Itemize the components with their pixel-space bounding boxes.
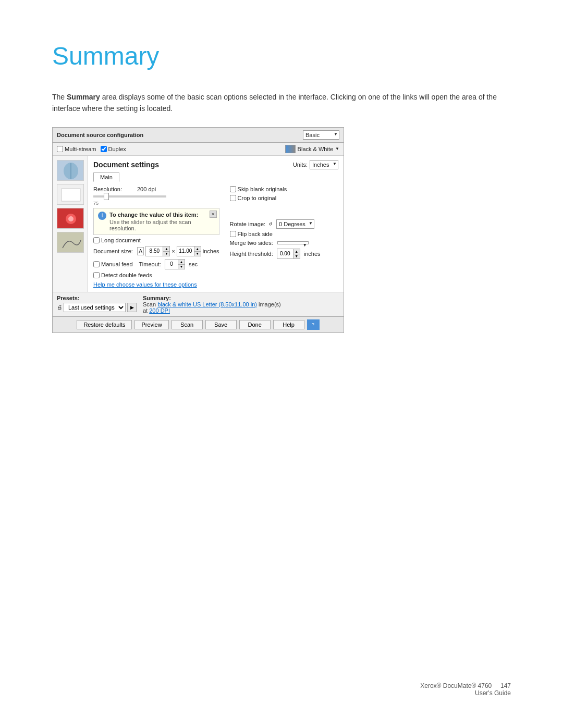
- settings-title-row: Document settings Units: Inches: [93, 160, 338, 169]
- width-spinner-btns: ▲ ▼: [163, 246, 169, 256]
- presets-arrow-btn[interactable]: ▶: [127, 303, 137, 312]
- tab-bar: Main: [93, 172, 338, 182]
- presets-summary-bar: Presets: 🖨 Last used settings ▶ Summary:…: [53, 292, 344, 316]
- settings-panel: Document settings Units: Inches Main Res…: [88, 156, 344, 292]
- detect-double-label[interactable]: Detect double feeds: [93, 272, 152, 278]
- thumb-4[interactable]: [57, 232, 84, 253]
- height-up-btn[interactable]: ▲: [194, 246, 201, 251]
- preview-button[interactable]: Preview: [134, 320, 168, 329]
- summary-text: Scan black & white US Letter (8.50x11.00…: [143, 301, 339, 307]
- height-threshold-row: Height threshold: ▲ ▼ inches: [230, 249, 338, 259]
- units-row: Units: Inches: [293, 160, 338, 169]
- tooltip-title: To change the value of this item:: [109, 212, 215, 218]
- long-doc-label[interactable]: Long document: [93, 237, 141, 243]
- thumbnails-panel: [53, 156, 88, 292]
- crop-row: Crop to original: [230, 195, 338, 201]
- height-input[interactable]: [177, 248, 194, 254]
- thumb-3[interactable]: [57, 208, 84, 229]
- timeout-up-btn[interactable]: ▲: [178, 260, 185, 264]
- rotate-label: Rotate image:: [230, 221, 265, 227]
- thumb-2[interactable]: [57, 184, 84, 205]
- height-threshold-spinner-btns: ▲ ▼: [293, 249, 300, 258]
- width-down-btn[interactable]: ▼: [163, 251, 169, 256]
- duplex-checkbox[interactable]: [101, 146, 107, 152]
- tab-main[interactable]: Main: [93, 172, 119, 182]
- flip-back-label[interactable]: Flip back side: [230, 231, 273, 237]
- width-spinner[interactable]: ▲ ▼: [145, 246, 170, 256]
- duplex-checkbox-label[interactable]: Duplex: [101, 146, 126, 152]
- doc-size-inputs: A ▲ ▼ ×: [137, 246, 219, 256]
- width-input[interactable]: [146, 248, 163, 254]
- help-icon[interactable]: ?: [307, 319, 320, 330]
- scanner-dialog: Document source configuration Basic Mult…: [52, 127, 344, 333]
- skip-blank-text: Skip blank originals: [238, 186, 287, 192]
- width-up-btn[interactable]: ▲: [163, 246, 169, 251]
- tooltip-text: Use the slider to adjust the scan resolu…: [109, 219, 215, 231]
- page-title: Summary: [52, 42, 511, 70]
- tooltip-close-btn[interactable]: ×: [210, 211, 217, 218]
- manual-feed-checkbox[interactable]: [93, 261, 100, 267]
- manual-feed-label[interactable]: Manual feed: [93, 261, 133, 267]
- skip-blank-checkbox[interactable]: [230, 186, 236, 192]
- page-content: Summary The Summary area displays some o…: [0, 0, 563, 364]
- multistream-checkbox-label[interactable]: Multi-stream: [57, 146, 96, 152]
- crop-checkbox[interactable]: [230, 195, 236, 201]
- basic-select[interactable]: Basic: [303, 130, 339, 140]
- summary-text-pre: Scan: [143, 301, 157, 307]
- timeout-down-btn[interactable]: ▼: [178, 264, 185, 269]
- dialog-row2: Multi-stream Duplex Black & White ▼: [53, 143, 344, 155]
- tooltip-content: To change the value of this item: Use th…: [109, 212, 215, 231]
- presets-section: Presets: 🖨 Last used settings ▶: [57, 295, 137, 314]
- long-doc-row: Long document: [93, 237, 219, 243]
- summary-link[interactable]: black & white US Letter (8.50x11.00 in): [157, 301, 257, 307]
- detect-double-checkbox[interactable]: [93, 272, 100, 278]
- height-spinner[interactable]: ▲ ▼: [177, 246, 201, 256]
- timeout-spinner[interactable]: ▲ ▼: [165, 259, 185, 269]
- summary-section: Summary: Scan black & white US Letter (8…: [143, 295, 339, 314]
- svg-point-7: [68, 216, 74, 221]
- height-down-btn[interactable]: ▼: [194, 251, 201, 256]
- presets-select[interactable]: Last used settings: [64, 303, 126, 312]
- save-button[interactable]: Save: [205, 320, 237, 329]
- tooltip-icon: i: [98, 212, 106, 220]
- height-down-btn[interactable]: ▼: [293, 254, 300, 258]
- help-link[interactable]: Help me choose values for these options: [93, 281, 197, 288]
- multistream-label: Multi-stream: [65, 146, 96, 152]
- height-threshold-input[interactable]: [277, 251, 293, 256]
- merge-select[interactable]: [277, 241, 309, 244]
- timeout-label: Timeout:: [139, 261, 161, 267]
- color-mode-label: Black & White: [298, 146, 333, 152]
- help-button[interactable]: Help: [273, 320, 304, 329]
- slider-labels: 75: [93, 201, 166, 206]
- restore-defaults-button[interactable]: Restore defaults: [77, 320, 132, 329]
- doc-size-label: Document size:: [93, 248, 135, 254]
- scan-button[interactable]: Scan: [172, 320, 203, 329]
- footer-page-number: 147: [500, 682, 511, 689]
- units-select[interactable]: Inches: [310, 160, 338, 169]
- rotate-icon: ↺: [268, 221, 273, 227]
- flip-back-checkbox[interactable]: [230, 231, 236, 237]
- height-threshold-spinner[interactable]: ▲ ▼: [277, 249, 300, 259]
- multistream-checkbox[interactable]: [57, 146, 63, 152]
- manual-feed-row: Manual feed Timeout: ▲ ▼ sec: [93, 259, 219, 269]
- skip-blank-label[interactable]: Skip blank originals: [230, 186, 287, 192]
- slider-track[interactable]: [93, 195, 166, 198]
- timeout-input[interactable]: [165, 261, 178, 267]
- footer-product: Xerox® DocuMate® 4760 147: [420, 682, 511, 689]
- slider-min-label: 75: [93, 201, 99, 206]
- color-select[interactable]: Black & White ▼: [285, 145, 339, 153]
- height-up-btn[interactable]: ▲: [293, 249, 300, 254]
- slider-thumb[interactable]: [104, 193, 109, 200]
- thumb-1[interactable]: [57, 160, 84, 181]
- settings-title: Document settings: [93, 161, 159, 169]
- settings-right: Skip blank originals Crop to original Ro…: [230, 186, 338, 288]
- rotate-select[interactable]: 0 Degrees: [276, 219, 314, 229]
- long-doc-checkbox[interactable]: [93, 237, 100, 243]
- presets-icon: 🖨: [57, 304, 62, 310]
- done-button[interactable]: Done: [239, 320, 271, 329]
- height-units-label: inches: [304, 251, 321, 257]
- crop-label[interactable]: Crop to original: [230, 195, 277, 201]
- page-footer: Xerox® DocuMate® 4760 147 User's Guide: [420, 682, 511, 697]
- intro-text-rest: area displays some of the basic scan opt…: [52, 93, 497, 113]
- summary-link-dpi[interactable]: 200 DPI: [149, 307, 170, 314]
